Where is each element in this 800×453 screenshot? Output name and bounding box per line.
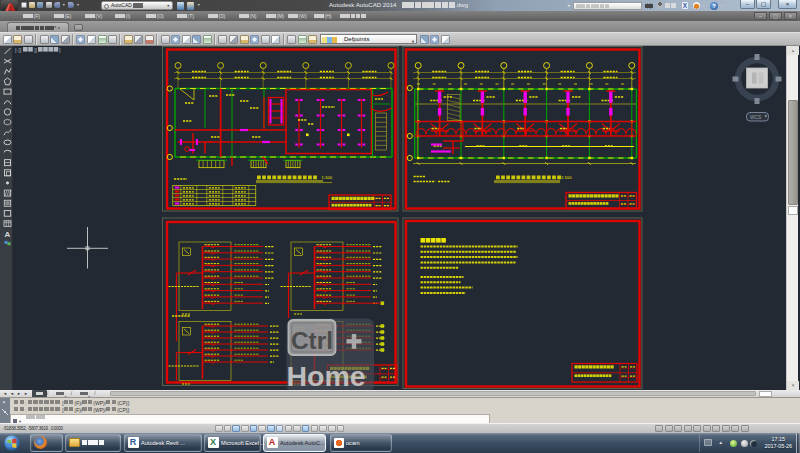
svg-text:1:100: 1:100: [561, 175, 572, 180]
svg-text:A: A: [5, 230, 11, 239]
svg-text:][: ][: [34, 47, 38, 53]
svg-text:1:100: 1:100: [322, 175, 333, 180]
svg-text:Home: Home: [287, 360, 366, 392]
svg-text:WCS: WCS: [750, 115, 761, 120]
svg-text:]: ]: [59, 47, 61, 53]
svg-text:[-][: [-][: [15, 47, 22, 53]
svg-text:Ctrl: Ctrl: [291, 327, 333, 354]
